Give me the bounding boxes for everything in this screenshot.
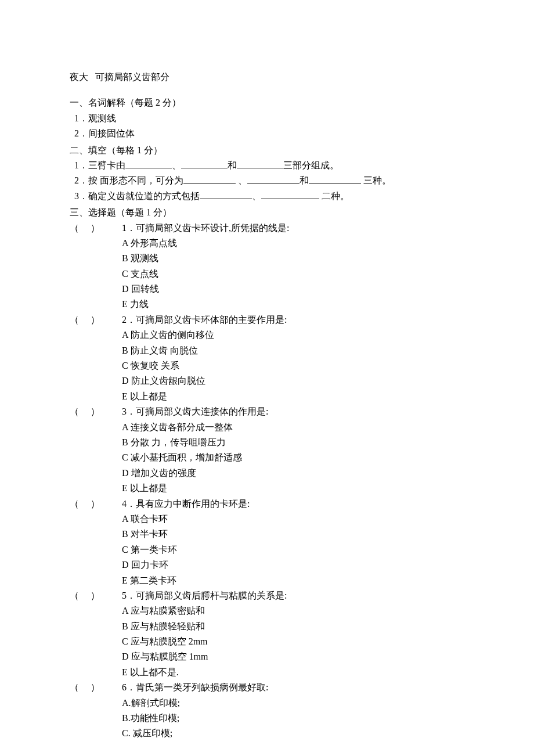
fill1-sep1: 、: [172, 160, 181, 170]
q4-option-a: A 联合卡环: [70, 512, 464, 527]
q5-option-c: C 应与粘膜脱空 2mm: [70, 634, 464, 649]
fill3-pre: 确定义齿就位道的方式包括: [88, 191, 200, 201]
section1-item-2: 2．间接固位体: [70, 126, 464, 141]
fill1-sep2: 和: [228, 160, 237, 170]
fill1-tail: 三部分组成。: [283, 160, 339, 170]
q1-option-d: D 回转线: [70, 282, 464, 297]
fill2-blank-3: [309, 174, 361, 183]
q5-stem: 5．可摘局部义齿后腭杆与粘膜的关系是:: [122, 588, 464, 603]
q3-option-d: D 增加义齿的强度: [70, 466, 464, 481]
q3-stem: 3．可摘局部义齿大连接体的作用是:: [122, 404, 464, 419]
fill2-num: 2．: [74, 175, 88, 185]
q2-option-c: C 恢复咬 关系: [70, 358, 464, 373]
q6-option-c: C. 减压印模;: [70, 726, 464, 741]
q3-paren: （ ）: [70, 404, 122, 419]
fill2-pre: 按 面形态不同，可分为: [88, 175, 183, 185]
section2-heading: 二、填空（每格 1 分）: [70, 143, 464, 158]
fill3-sep1: 、: [252, 191, 261, 201]
section2-item-3: 3．确定义齿就位道的方式包括、 二种。: [70, 189, 464, 204]
fill2-tail: 三种。: [361, 175, 391, 185]
q2-stem: 2．可摘局部义齿卡环体部的主要作用是:: [122, 312, 464, 327]
q5-option-a: A 应与粘膜紧密贴和: [70, 603, 464, 618]
q5-paren: （ ）: [70, 588, 122, 603]
question-6: （ ） 6．肯氏第一类牙列缺损病例最好取:: [70, 680, 464, 695]
q4-option-c: C 第一类卡环: [70, 542, 464, 557]
question-5: （ ） 5．可摘局部义齿后腭杆与粘膜的关系是:: [70, 588, 464, 603]
fill3-blank-2: [261, 189, 319, 199]
fill2-blank-2: [247, 174, 300, 183]
section3-heading: 三、选择题（每题 1 分）: [70, 205, 464, 220]
fill1-blank-2: [181, 159, 228, 168]
fill3-blank-1: [200, 189, 252, 199]
q1-option-a: A 外形高点线: [70, 236, 464, 251]
q1-paren: （ ）: [70, 221, 122, 236]
q3-option-a: A 连接义齿各部分成一整体: [70, 420, 464, 435]
fill1-num: 1．: [74, 160, 88, 170]
question-1: （ ） 1．可摘局部义齿卡环设计,所凭据的线是:: [70, 221, 464, 236]
title-main: 可摘局部义齿部分: [95, 72, 169, 82]
fill2-blank-1: [183, 174, 236, 183]
q5-option-d: D 应与粘膜脱空 1mm: [70, 649, 464, 664]
q6-option-b: B.功能性印模;: [70, 711, 464, 726]
q3-option-e: E 以上都是: [70, 481, 464, 496]
q4-option-d: D 回力卡环: [70, 557, 464, 573]
q3-option-c: C 减小基托面积，增加舒适感: [70, 450, 464, 465]
section2-item-2: 2．按 面形态不同，可分为 、和 三种。: [70, 173, 464, 188]
section2-item-1: 1．三臂卡由、和三部分组成。: [70, 158, 464, 173]
q4-option-e: E 第二类卡环: [70, 573, 464, 588]
q6-stem: 6．肯氏第一类牙列缺损病例最好取:: [122, 680, 464, 695]
q4-option-b: B 对半卡环: [70, 527, 464, 542]
q1-option-c: C 支点线: [70, 267, 464, 282]
fill1-pre: 三臂卡由: [88, 160, 125, 170]
fill1-blank-3: [237, 159, 283, 168]
q2-option-b: B 防止义齿 向脱位: [70, 343, 464, 358]
q3-option-b: B 分散 力，传导咀嚼压力: [70, 435, 464, 450]
question-4: （ ） 4．具有应力中断作用的卡环是:: [70, 496, 464, 512]
title-prefix: 夜大: [70, 72, 88, 82]
document-page: 夜大 可摘局部义齿部分 一、名词解释（每题 2 分） 1．观测线 2．间接固位体…: [0, 0, 534, 756]
q5-option-b: B 应与粘膜轻轻贴和: [70, 619, 464, 634]
q4-stem: 4．具有应力中断作用的卡环是:: [122, 496, 464, 512]
q2-option-a: A 防止义齿的侧向移位: [70, 327, 464, 343]
q2-option-d: D 防止义齿龈向脱位: [70, 373, 464, 388]
q1-stem: 1．可摘局部义齿卡环设计,所凭据的线是:: [122, 221, 464, 236]
fill2-sep1: 、: [236, 175, 247, 185]
fill2-sep2: 和: [300, 175, 309, 185]
q2-option-e: E 以上都是: [70, 389, 464, 404]
q1-option-b: B 观测线: [70, 251, 464, 266]
document-title: 夜大 可摘局部义齿部分: [70, 70, 464, 85]
section1-heading: 一、名词解释（每题 2 分）: [70, 95, 464, 110]
fill3-tail: 二种。: [319, 191, 349, 201]
section1-item-1: 1．观测线: [70, 111, 464, 126]
q2-paren: （ ）: [70, 312, 122, 327]
fill1-blank-1: [125, 159, 172, 168]
q6-paren: （ ）: [70, 680, 122, 695]
fill3-num: 3．: [74, 191, 88, 201]
q5-option-e: E 以上都不是.: [70, 665, 464, 680]
question-2: （ ） 2．可摘局部义齿卡环体部的主要作用是:: [70, 312, 464, 327]
q1-option-e: E 力线: [70, 297, 464, 312]
question-3: （ ） 3．可摘局部义齿大连接体的作用是:: [70, 404, 464, 419]
q4-paren: （ ）: [70, 496, 122, 512]
q6-option-a: A.解剖式印模;: [70, 696, 464, 711]
